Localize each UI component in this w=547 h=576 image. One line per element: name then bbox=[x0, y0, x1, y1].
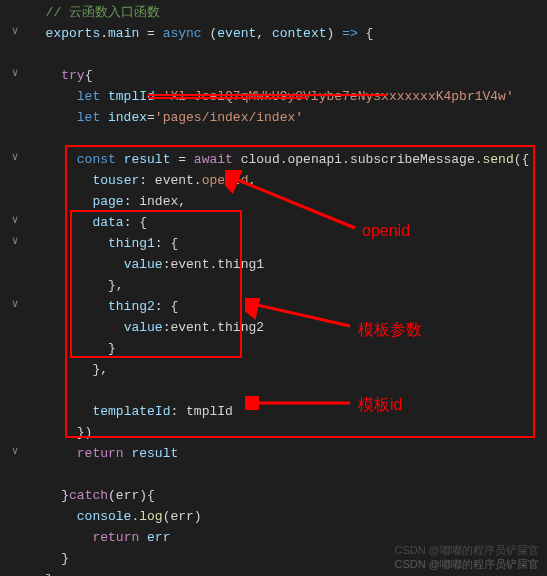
punct: ({ bbox=[514, 152, 530, 167]
touser-key: touser bbox=[92, 173, 139, 188]
page-key: page bbox=[92, 194, 123, 209]
catch-keyword: catch bbox=[69, 488, 108, 503]
punct: : tmplId bbox=[170, 404, 232, 419]
annotation-openid: openid bbox=[362, 222, 410, 240]
punct: = bbox=[147, 110, 155, 125]
index-var: index bbox=[100, 110, 147, 125]
close-brace: }, bbox=[108, 278, 124, 293]
tmplid-var: tmplId bbox=[100, 89, 155, 104]
err-var: err bbox=[139, 530, 170, 545]
punct: : { bbox=[155, 299, 178, 314]
return-keyword: return bbox=[92, 530, 139, 545]
punct: : index, bbox=[124, 194, 186, 209]
punct: (err){ bbox=[108, 488, 155, 503]
result-var: result bbox=[124, 446, 179, 461]
await-keyword: await bbox=[194, 152, 233, 167]
value-key: value bbox=[124, 320, 163, 335]
close-paren: }) bbox=[77, 425, 93, 440]
close-brace: } bbox=[46, 572, 54, 576]
value-key: value bbox=[124, 257, 163, 272]
annotation-template-id: 模板id bbox=[358, 395, 402, 416]
return-keyword: return bbox=[77, 446, 124, 461]
close-brace: } bbox=[61, 488, 69, 503]
api-call: cloud.openapi.subscribeMessage. bbox=[233, 152, 483, 167]
console-var: console. bbox=[77, 509, 139, 524]
punct: = bbox=[178, 152, 194, 167]
punct: , bbox=[248, 173, 256, 188]
templateid-key: templateId bbox=[92, 404, 170, 419]
strikethrough-annotation bbox=[148, 94, 388, 96]
annotation-template-params: 模板参数 bbox=[358, 320, 422, 341]
watermark: CSDN @嘟嘟的程序员铲屎官 bbox=[395, 557, 539, 572]
index-string: 'pages/index/index' bbox=[155, 110, 303, 125]
watermark: CSDN @嘟嘟的程序员铲屎官 bbox=[395, 543, 539, 558]
punct: : { bbox=[155, 236, 178, 251]
punct: :event.thing1 bbox=[163, 257, 264, 272]
code-editor[interactable]: // 云函数入口函数 exports.main = async (event, … bbox=[0, 0, 547, 576]
close-brace: } bbox=[61, 551, 69, 566]
close-brace: } bbox=[108, 341, 116, 356]
openid-prop: openId bbox=[202, 173, 249, 188]
punct: :event.thing2 bbox=[163, 320, 264, 335]
comment: // 云函数入口函数 bbox=[46, 5, 160, 20]
let-keyword: let bbox=[77, 89, 100, 104]
punct: : { bbox=[124, 215, 147, 230]
log-func: log bbox=[139, 509, 162, 524]
thing2-key: thing2 bbox=[108, 299, 155, 314]
result-var: result bbox=[116, 152, 178, 167]
const-keyword: const bbox=[77, 152, 116, 167]
close-brace: }, bbox=[92, 362, 108, 377]
let-keyword: let bbox=[77, 110, 100, 125]
thing1-key: thing1 bbox=[108, 236, 155, 251]
punct: : event. bbox=[139, 173, 201, 188]
data-key: data bbox=[92, 215, 123, 230]
punct: (err) bbox=[163, 509, 202, 524]
send-func: send bbox=[483, 152, 514, 167]
strikethrough-annotation bbox=[148, 97, 308, 99]
